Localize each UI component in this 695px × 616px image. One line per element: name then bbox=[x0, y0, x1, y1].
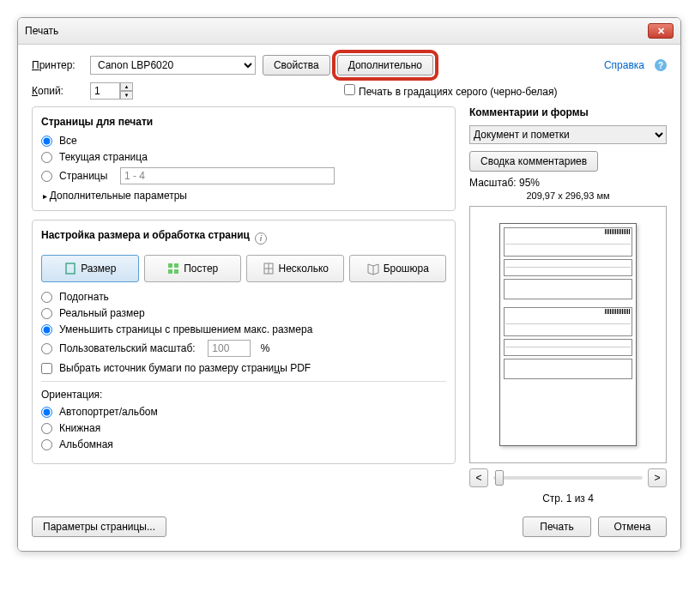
comments-summary-button[interactable]: Сводка комментариев bbox=[469, 151, 598, 172]
dims-text: 209,97 x 296,93 мм bbox=[469, 190, 667, 201]
more-options-expand[interactable]: Дополнительные параметры bbox=[43, 190, 446, 202]
printer-label: Принтер: bbox=[32, 59, 83, 71]
spinner-down[interactable]: ▼ bbox=[120, 91, 133, 100]
radio-shrink[interactable] bbox=[41, 324, 52, 335]
preview-page bbox=[499, 223, 637, 446]
svg-rect-1 bbox=[168, 263, 172, 268]
radio-all[interactable] bbox=[41, 136, 52, 147]
comments-select[interactable]: Документ и пометки bbox=[469, 125, 667, 144]
help-link[interactable]: Справка bbox=[604, 59, 644, 71]
svg-rect-0 bbox=[66, 263, 75, 274]
grayscale-checkbox[interactable] bbox=[344, 84, 355, 95]
radio-auto-orient[interactable] bbox=[41, 407, 52, 418]
copies-spinner[interactable]: ▲ ▼ bbox=[90, 82, 133, 100]
orientation-title: Ориентация: bbox=[41, 389, 446, 401]
info-icon[interactable]: i bbox=[255, 233, 267, 245]
print-dialog: Печать ✕ Принтер: Canon LBP6020 Свойства… bbox=[17, 17, 681, 552]
printer-select[interactable]: Canon LBP6020 bbox=[90, 56, 256, 75]
cancel-button[interactable]: Отмена bbox=[598, 516, 667, 537]
svg-rect-2 bbox=[174, 263, 178, 268]
slider-thumb[interactable] bbox=[495, 470, 504, 486]
sizing-section: Настройка размера и обработка страницi Р… bbox=[32, 220, 456, 464]
sizing-title: Настройка размера и обработка страниц bbox=[41, 229, 250, 241]
pages-title: Страницы для печати bbox=[41, 116, 446, 128]
preview-box bbox=[469, 206, 667, 463]
page-info: Стр. 1 из 4 bbox=[469, 492, 667, 504]
svg-rect-4 bbox=[174, 269, 178, 274]
close-button[interactable]: ✕ bbox=[648, 23, 674, 39]
copies-label: Копий: bbox=[32, 85, 83, 97]
radio-pages[interactable] bbox=[41, 171, 52, 182]
titlebar: Печать ✕ bbox=[18, 18, 680, 45]
properties-button[interactable]: Свойства bbox=[263, 55, 330, 75]
spinner-up[interactable]: ▲ bbox=[120, 82, 133, 91]
radio-fit[interactable] bbox=[41, 292, 52, 303]
custom-scale-input[interactable] bbox=[208, 340, 251, 357]
booklet-tab[interactable]: Брошюра bbox=[349, 255, 447, 282]
radio-landscape[interactable] bbox=[41, 439, 52, 450]
poster-tab[interactable]: Постер bbox=[144, 255, 242, 282]
radio-custom[interactable] bbox=[41, 343, 52, 354]
advanced-button[interactable]: Дополнительно bbox=[337, 55, 433, 75]
grayscale-checkbox-label[interactable]: Печать в градациях серого (черно-белая) bbox=[344, 84, 557, 98]
radio-current[interactable] bbox=[41, 152, 52, 163]
page-setup-button[interactable]: Параметры страницы... bbox=[32, 516, 166, 537]
page-slider[interactable] bbox=[493, 476, 643, 480]
help-icon[interactable]: ? bbox=[655, 59, 667, 71]
svg-rect-3 bbox=[168, 269, 172, 274]
pages-section: Страницы для печати Все Текущая страница… bbox=[32, 106, 456, 211]
radio-portrait[interactable] bbox=[41, 423, 52, 434]
prev-page-button[interactable]: < bbox=[469, 468, 488, 487]
multiple-tab[interactable]: Несколько bbox=[246, 255, 344, 282]
print-button[interactable]: Печать bbox=[523, 516, 591, 537]
paper-source-checkbox[interactable] bbox=[41, 363, 52, 374]
window-title: Печать bbox=[25, 25, 58, 37]
size-tab[interactable]: Размер bbox=[41, 255, 139, 282]
next-page-button[interactable]: > bbox=[648, 468, 667, 487]
comments-title: Комментарии и формы bbox=[469, 106, 667, 118]
pages-input[interactable] bbox=[120, 167, 335, 184]
copies-input[interactable] bbox=[90, 82, 120, 100]
radio-actual[interactable] bbox=[41, 308, 52, 319]
scale-text: Масштаб: 95% bbox=[469, 177, 667, 189]
